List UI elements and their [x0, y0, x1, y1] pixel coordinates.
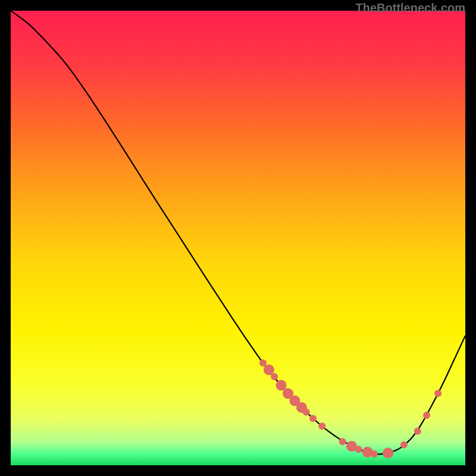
- marker-dot: [318, 422, 325, 430]
- marker-dot: [276, 380, 287, 391]
- watermark-text: TheBottleneck.com: [356, 1, 465, 15]
- marker-dot: [259, 359, 267, 367]
- marker-dot: [271, 373, 278, 380]
- marker-dot: [303, 409, 310, 416]
- chart-background: [11, 11, 465, 465]
- chart-container: TheBottleneck.com: [0, 0, 476, 476]
- marker-dot: [309, 415, 317, 422]
- marker-dot: [371, 450, 378, 458]
- marker-dot: [434, 390, 441, 397]
- marker-dot: [355, 446, 362, 453]
- marker-dot: [400, 441, 408, 449]
- plot-area: [11, 11, 465, 465]
- marker-dot: [339, 438, 346, 445]
- chart-svg: [11, 11, 465, 465]
- marker-dot: [383, 447, 393, 458]
- marker-dot: [423, 412, 430, 419]
- marker-dot: [414, 428, 421, 435]
